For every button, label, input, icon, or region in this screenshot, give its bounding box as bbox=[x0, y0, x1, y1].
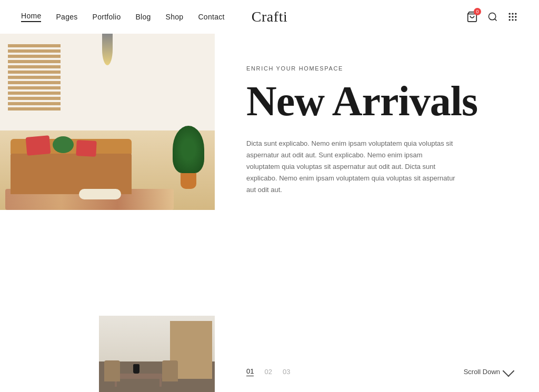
hero-content: ENRICH YOUR HOMESPACE New Arrivals Dicta… bbox=[215, 34, 539, 392]
main-content: ENRICH YOUR HOMESPACE New Arrivals Dicta… bbox=[0, 34, 539, 392]
nav-actions: 0 bbox=[466, 11, 518, 23]
hero-subtitle: ENRICH YOUR HOMESPACE bbox=[246, 65, 513, 72]
scroll-down-label: Scroll Down bbox=[464, 368, 500, 376]
hero-controls: 01 02 03 Scroll Down bbox=[246, 367, 513, 376]
hero-description: Dicta sunt explicabo. Nemo enim ipsam vo… bbox=[246, 138, 457, 196]
nav-pages[interactable]: Pages bbox=[56, 13, 77, 21]
cart-badge: 0 bbox=[474, 8, 481, 15]
svg-line-2 bbox=[495, 19, 497, 21]
scroll-down-button[interactable]: Scroll Down bbox=[464, 368, 513, 376]
hero-text: ENRICH YOUR HOMESPACE New Arrivals Dicta… bbox=[246, 65, 513, 196]
svg-point-3 bbox=[509, 13, 511, 15]
navbar: Home Pages Portfolio Blog Shop Contact C… bbox=[0, 0, 539, 34]
hero-headline: New Arrivals bbox=[246, 80, 513, 122]
svg-point-6 bbox=[509, 16, 511, 17]
hero-image-bottom bbox=[99, 316, 215, 392]
brand-logo[interactable]: Crafti bbox=[252, 8, 288, 25]
svg-point-4 bbox=[512, 13, 513, 15]
svg-point-5 bbox=[515, 13, 516, 15]
nav-contact[interactable]: Contact bbox=[198, 13, 224, 21]
slide-indicator-2[interactable]: 02 bbox=[264, 368, 272, 376]
svg-point-7 bbox=[512, 16, 513, 17]
slide-indicators: 01 02 03 bbox=[246, 367, 290, 376]
nav-portfolio[interactable]: Portfolio bbox=[93, 13, 121, 21]
slide-indicator-1[interactable]: 01 bbox=[246, 367, 254, 376]
svg-point-8 bbox=[515, 16, 516, 17]
hero-image-panel bbox=[0, 34, 215, 392]
svg-point-11 bbox=[515, 19, 516, 21]
grid-menu-button[interactable] bbox=[507, 12, 518, 22]
arrow-down-icon bbox=[503, 365, 515, 377]
svg-point-1 bbox=[489, 13, 496, 20]
nav-blog[interactable]: Blog bbox=[135, 13, 151, 21]
nav-home[interactable]: Home bbox=[21, 12, 41, 22]
slide-indicator-3[interactable]: 03 bbox=[283, 368, 290, 376]
hero-image-top bbox=[0, 34, 215, 210]
svg-point-10 bbox=[512, 19, 513, 21]
nav-shop[interactable]: Shop bbox=[166, 13, 184, 21]
cart-button[interactable]: 0 bbox=[466, 11, 478, 23]
nav-links: Home Pages Portfolio Blog Shop Contact bbox=[21, 12, 225, 22]
svg-point-9 bbox=[509, 19, 511, 21]
search-button[interactable] bbox=[487, 12, 498, 22]
